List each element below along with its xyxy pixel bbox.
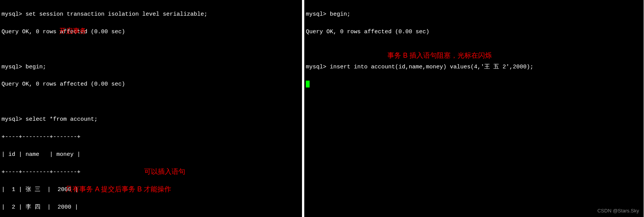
line: | id | name | money | — [2, 151, 80, 158]
line: Query OK, 0 rows affected (0.00 sec) — [2, 81, 125, 87]
line-cursor — [306, 81, 310, 87]
terminal-pane-right[interactable]: mysql> begin; Query OK, 0 rows affected … — [304, 0, 644, 217]
annotation-blocked: 事务 B 插入语句阻塞，光标在闪烁 — [387, 50, 492, 61]
line: +----+--------+-------+ — [2, 134, 80, 140]
cursor-block-icon — [306, 81, 310, 87]
line: mysql> set session transaction isolation… — [2, 11, 207, 18]
line: mysql> insert into account(id,name,money… — [306, 64, 533, 70]
line: mysql> begin; — [2, 64, 46, 70]
terminal-pane-left[interactable]: mysql> set session transaction isolation… — [0, 0, 302, 217]
annotation-begin-txn: 开启事务 — [59, 26, 87, 37]
line: mysql> begin; — [306, 11, 350, 18]
annotation-can-insert: 可以插入语句 — [144, 167, 185, 177]
line: mysql> select *from account; — [2, 116, 98, 123]
line: | 2 | 李 四 | 2000 | — [2, 204, 78, 211]
line: Query OK, 0 rows affected (0.00 sec) — [306, 29, 429, 35]
line: +----+--------+-------+ — [2, 169, 80, 175]
annotation-commit-note: 只有事务 A 提交后事务 B 才能操作 — [66, 184, 171, 195]
watermark-text: CSDN @Stars.Sky — [597, 207, 639, 215]
